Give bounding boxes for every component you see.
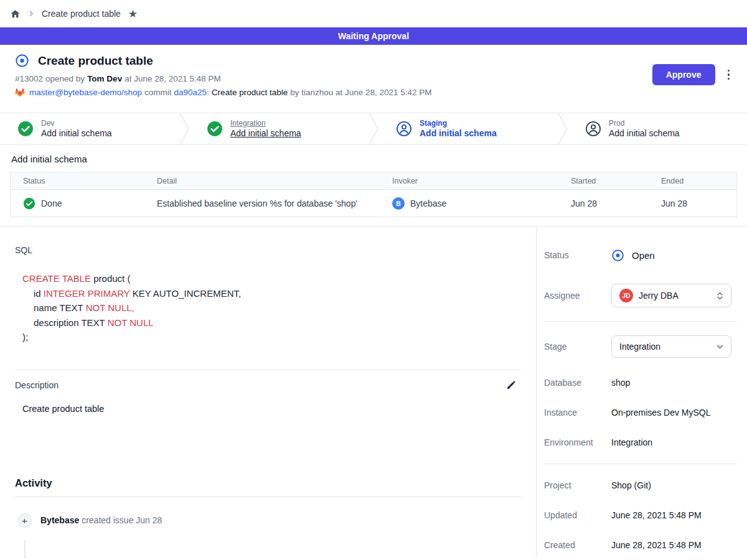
- invoker-name: Bytebase: [410, 198, 446, 208]
- created-value: June 28, 2021 5:48 PM: [611, 540, 702, 550]
- page-title: Create product table: [38, 54, 153, 68]
- status-value: Open: [632, 250, 655, 261]
- meta-text: by tianzhou at June 28, 2021 5:42 PM: [290, 88, 431, 97]
- instance-row: Instance On-premises Dev MySQL: [544, 405, 737, 420]
- stage-prod[interactable]: Prod Add initial schema: [568, 113, 747, 144]
- stage-env-label: Prod: [609, 119, 680, 128]
- stage-separator: [369, 113, 378, 144]
- status-label: Status: [544, 250, 611, 260]
- updated-label: Updated: [544, 510, 611, 520]
- chevron-down-icon: [715, 342, 725, 352]
- stage-row: Stage Integration: [544, 335, 737, 358]
- favorite-star-icon[interactable]: ★: [128, 9, 138, 19]
- details-sidebar: Status Open Assignee JD Jerry DBA Stage: [537, 226, 747, 557]
- avatar: JD: [619, 289, 633, 302]
- activity-title: Activity: [15, 477, 521, 489]
- stage-task-label: Add initial schema: [41, 128, 112, 139]
- table-row[interactable]: Done Established baseline version %s for…: [11, 190, 736, 217]
- sql-label: SQL: [15, 245, 521, 255]
- description-text: Create product table: [22, 404, 521, 414]
- project-value: Shop (Git): [611, 480, 651, 490]
- task-table-header: Status Detail Invoker Started Ended: [11, 172, 736, 190]
- project-row: Project Shop (Git): [544, 478, 737, 493]
- assignee-label: Assignee: [544, 291, 611, 301]
- stage-label: Stage: [544, 342, 611, 352]
- stage-task-label: Add initial schema: [609, 128, 680, 139]
- status-banner: Waiting Approval: [0, 27, 747, 45]
- updown-chevron-icon: [715, 291, 725, 301]
- task-section-title: Add initial schema: [11, 154, 737, 164]
- check-circle-icon: [207, 121, 223, 137]
- assignee-row: Assignee JD Jerry DBA: [544, 284, 737, 307]
- column-status: Status: [11, 177, 144, 185]
- activity-actor: Bytebase: [40, 515, 79, 525]
- issue-open-icon: [611, 249, 624, 262]
- created-row: Created June 28, 2021 5:48 PM: [544, 538, 737, 553]
- stage-separator: [179, 113, 189, 144]
- task-invoker-cell: B Bytebase: [380, 197, 558, 210]
- issue-author: Tom Dev: [87, 74, 122, 83]
- task-status-text: Done: [41, 198, 62, 208]
- person-circle-icon: [585, 121, 601, 137]
- assignee-value: Jerry DBA: [639, 291, 710, 301]
- database-row: Database shop: [544, 375, 737, 390]
- status-row: Status Open: [544, 248, 737, 263]
- stage-separator: [558, 113, 568, 144]
- issue-id: #13002: [15, 74, 43, 83]
- breadcrumb-page[interactable]: Create product table: [42, 9, 121, 19]
- pipeline-stages: Dev Add initial schema Integration Add i…: [0, 113, 747, 145]
- check-circle-icon: [17, 121, 34, 137]
- home-icon[interactable]: [10, 9, 21, 19]
- meta-text: opened by: [45, 74, 85, 83]
- stage-env-label: Dev: [41, 119, 112, 128]
- created-label: Created: [544, 540, 611, 550]
- person-circle-icon: [396, 121, 412, 137]
- stage-value: Integration: [619, 342, 710, 352]
- check-circle-icon: [23, 197, 35, 210]
- task-started-cell: Jun 28: [558, 198, 649, 208]
- issue-header: Create product table #13002 opened by To…: [0, 45, 747, 113]
- project-label: Project: [544, 480, 611, 490]
- avatar: B: [392, 197, 405, 210]
- instance-value: On-premises Dev MySQL: [611, 408, 710, 418]
- chevron-right-icon: [27, 9, 35, 18]
- activity-action: created issue Jun 28: [82, 515, 162, 525]
- approve-button[interactable]: Approve: [652, 64, 715, 85]
- divider: [544, 464, 737, 464]
- meta-text: :: [207, 88, 209, 97]
- branch-link[interactable]: master@bytebase-demo/shop: [29, 88, 142, 97]
- stage-integration[interactable]: Integration Add initial schema: [189, 113, 369, 144]
- breadcrumb: Create product table ★: [0, 0, 747, 27]
- plus-icon: +: [17, 513, 32, 528]
- stage-task-label: Add initial schema: [230, 128, 301, 138]
- description-section: Description Create product table: [15, 370, 521, 414]
- column-invoker: Invoker: [380, 177, 558, 185]
- assignee-select[interactable]: JD Jerry DBA: [611, 284, 731, 307]
- environment-value: Integration: [611, 437, 652, 447]
- column-ended: Ended: [649, 177, 736, 185]
- task-table: Status Detail Invoker Started Ended Done…: [10, 172, 737, 217]
- edit-pencil-icon[interactable]: [504, 378, 519, 395]
- main-content: SQL CREATE TABLE product (id INTEGER PRI…: [0, 226, 537, 557]
- instance-label: Instance: [544, 408, 611, 418]
- more-options-kebab-icon[interactable]: [725, 67, 733, 83]
- commit-hash-link[interactable]: da90a25: [174, 88, 207, 97]
- updated-value: June 28, 2021 5:48 PM: [611, 510, 702, 520]
- description-label: Description: [15, 380, 521, 390]
- stage-staging[interactable]: Staging Add initial schema: [378, 113, 558, 144]
- divider: [544, 321, 737, 322]
- status-banner-text: Waiting Approval: [338, 31, 409, 41]
- meta-text: at June 28, 2021 5:48 PM: [125, 74, 221, 83]
- activity-section: Activity + Bytebase created issue Jun 28: [15, 477, 521, 528]
- environment-row: Environment Integration: [544, 435, 737, 450]
- stage-select[interactable]: Integration: [611, 335, 731, 358]
- column-detail: Detail: [144, 177, 380, 185]
- database-value: shop: [611, 378, 630, 388]
- divider: [15, 497, 521, 497]
- stage-dev[interactable]: Dev Add initial schema: [0, 113, 179, 144]
- gitlab-icon: [15, 88, 25, 97]
- commit-meta-line: master@bytebase-demo/shop commit da90a25…: [15, 88, 732, 97]
- stage-task-label: Add initial schema: [420, 128, 497, 139]
- task-section: Add initial schema Status Detail Invoker…: [0, 145, 747, 226]
- task-detail-cell: Established baseline version %s for data…: [144, 198, 380, 208]
